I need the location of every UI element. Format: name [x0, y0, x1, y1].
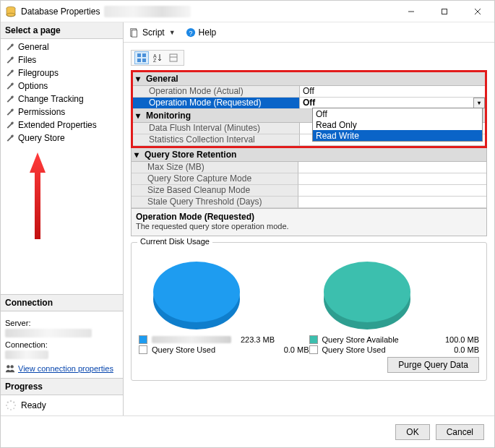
prop-value: Off	[299, 86, 485, 98]
connection-section: Connection Server: Connection: View conn…	[1, 294, 123, 415]
property-grid-toolbar: AZ	[131, 50, 184, 66]
svg-point-12	[10, 409, 12, 410]
legend-value: 0.0 MB	[266, 345, 309, 354]
category-label: Monitoring	[146, 111, 191, 121]
connection-header: Connection	[1, 295, 123, 311]
dialog-window: Database Properties Select a page Genera…	[0, 0, 495, 448]
prop-name: Operation Mode (Actual)	[133, 86, 299, 98]
pie-chart-right	[309, 253, 425, 334]
nav-item-query-store[interactable]: Query Store	[1, 132, 123, 145]
category-general[interactable]: ▾General	[133, 72, 485, 86]
operation-mode-dropdown[interactable]: Off Read Only Read Write	[312, 108, 483, 142]
server-label: Server:	[5, 319, 119, 327]
categorized-button[interactable]	[134, 51, 149, 64]
database-icon	[5, 6, 17, 17]
property-grid-retention: ▾Query Store Retention Max Size (MB) Que…	[131, 148, 487, 209]
description-title: Operation Mode (Requested)	[136, 212, 482, 222]
help-button[interactable]: Help	[199, 27, 217, 38]
prop-name: Query Store Capture Mode	[132, 173, 298, 185]
ok-button[interactable]: OK	[395, 424, 429, 440]
svg-point-11	[13, 408, 14, 409]
cancel-button[interactable]: Cancel	[436, 424, 484, 440]
connection-value-blur	[5, 350, 48, 359]
server-value-blur	[5, 329, 92, 337]
category-label: Query Store Retention	[145, 150, 236, 160]
row-capture-mode[interactable]: Query Store Capture Mode	[132, 173, 486, 185]
nav-item-options[interactable]: Options	[1, 79, 123, 92]
minimize-button[interactable]	[395, 1, 428, 22]
wrench-icon	[5, 81, 15, 91]
prop-name: Data Flush Interval (Minutes)	[133, 123, 299, 134]
prop-value	[298, 173, 486, 185]
close-button[interactable]	[461, 1, 494, 22]
select-page-header: Select a page	[1, 22, 123, 39]
wrench-icon	[5, 107, 15, 117]
row-cleanup-mode[interactable]: Size Based Cleanup Mode	[132, 185, 486, 197]
nav-item-files[interactable]: Files	[1, 53, 123, 66]
help-icon: ?	[186, 27, 196, 38]
swatch-icon	[309, 335, 318, 344]
caret-down-icon: ▾	[136, 74, 143, 84]
svg-rect-22	[137, 59, 141, 62]
top-toolbar: Script ▼ ? Help	[124, 22, 494, 43]
prop-value	[298, 162, 486, 173]
svg-rect-23	[142, 59, 146, 62]
row-max-size[interactable]: Max Size (MB)	[132, 162, 486, 173]
svg-point-8	[10, 400, 12, 402]
wrench-icon	[5, 133, 15, 143]
dropdown-option-read-write[interactable]: Read Write	[313, 130, 482, 141]
dropdown-button[interactable]: ▾	[473, 98, 485, 108]
nav-item-extended-properties[interactable]: Extended Properties	[1, 119, 123, 132]
svg-point-6	[7, 365, 9, 368]
property-grid-highlight: ▾General Operation Mode (Actual)Off Oper…	[131, 70, 487, 148]
svg-point-7	[10, 365, 13, 368]
dialog-footer: OK Cancel	[1, 415, 494, 447]
prop-name: Operation Mode (Requested)	[133, 98, 299, 109]
prop-value	[298, 197, 486, 208]
prop-name: Size Based Cleanup Mode	[132, 185, 298, 197]
spinner-icon	[5, 400, 17, 411]
caret-down-icon: ▾	[134, 150, 142, 160]
svg-rect-21	[142, 53, 146, 57]
left-pane: Select a page General Files Filegroups O…	[1, 22, 124, 415]
nav-item-permissions[interactable]: Permissions	[1, 105, 123, 119]
legend-left-row2: Query Store Used0.0 MB	[139, 345, 309, 354]
disk-usage-group: Current Disk Usage 223.3 MB Query Store …	[131, 242, 487, 381]
category-label: General	[146, 74, 178, 84]
svg-point-9	[13, 402, 14, 403]
dropdown-option-off[interactable]: Off	[313, 108, 482, 119]
prop-name: Statistics Collection Interval	[133, 134, 299, 146]
nav-item-change-tracking[interactable]: Change Tracking	[1, 92, 123, 105]
progress-status: Ready	[21, 400, 46, 410]
row-stale-threshold[interactable]: Stale Query Threshold (Days)	[132, 197, 486, 208]
legend-value: 0.0 MB	[436, 345, 479, 354]
wrench-icon	[5, 120, 15, 130]
nav-item-filegroups[interactable]: Filegroups	[1, 66, 123, 79]
properties-button[interactable]	[166, 51, 181, 64]
progress-header: Progress	[1, 378, 123, 395]
row-operation-mode-actual[interactable]: Operation Mode (Actual)Off	[133, 86, 485, 98]
script-dropdown-caret[interactable]: ▼	[169, 29, 176, 36]
svg-point-31	[324, 262, 410, 322]
window-title: Database Properties	[21, 7, 100, 17]
category-retention[interactable]: ▾Query Store Retention	[132, 148, 486, 162]
maximize-button[interactable]	[428, 1, 461, 22]
wrench-icon	[5, 94, 15, 104]
wrench-icon	[5, 42, 15, 52]
titlebar: Database Properties	[1, 1, 494, 22]
legend-blur	[152, 336, 231, 343]
svg-point-14	[6, 405, 7, 406]
view-connection-link[interactable]: View connection properties	[18, 364, 113, 373]
script-icon	[129, 27, 139, 38]
annotation-arrow-icon	[28, 152, 47, 239]
caret-down-icon: ▾	[136, 111, 143, 121]
dropdown-option-read-only[interactable]: Read Only	[313, 119, 482, 130]
nav-label: General	[18, 42, 49, 52]
prop-value	[298, 185, 486, 197]
script-button[interactable]: Script	[142, 27, 165, 38]
legend-value: 100.0 MB	[436, 335, 479, 344]
page-nav: General Files Filegroups Options Change …	[1, 39, 123, 146]
alphabetical-button[interactable]: AZ	[150, 51, 165, 64]
nav-item-general[interactable]: General	[1, 40, 123, 53]
purge-button[interactable]: Purge Query Data	[387, 357, 479, 373]
